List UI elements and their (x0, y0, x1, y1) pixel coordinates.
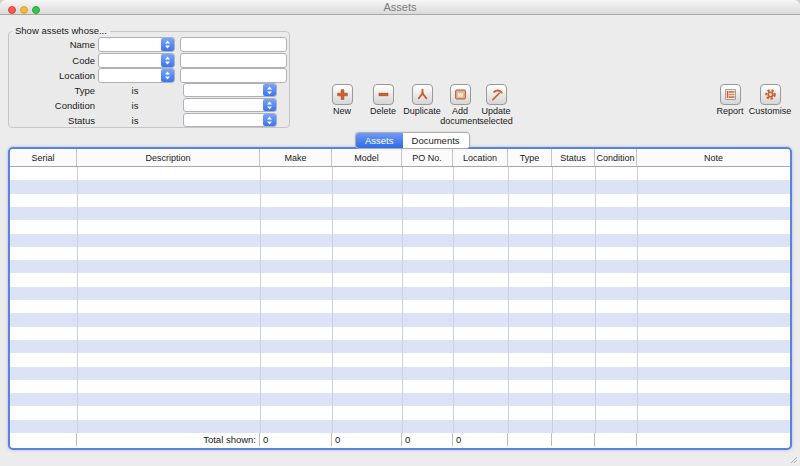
total-row: Total shown: 0 0 0 0 (10, 433, 790, 446)
status-operator: is (125, 115, 145, 126)
tab-bar: Assets Documents (355, 132, 470, 149)
tab-documents[interactable]: Documents (403, 133, 469, 148)
column-divider (77, 167, 78, 433)
report-button[interactable] (720, 84, 741, 105)
total-shown-label: Total shown: (77, 433, 260, 446)
column-header-status[interactable]: Status (552, 149, 595, 166)
condition-operator: is (125, 100, 145, 111)
tool-delete: Delete (361, 84, 405, 117)
name-value-input[interactable] (180, 37, 287, 52)
column-header-serial[interactable]: Serial (10, 149, 77, 166)
stepper-icon (161, 69, 174, 82)
customise-icon (763, 87, 778, 102)
assets-table: Serial Description Make Model PO No. Loc… (8, 147, 792, 450)
column-header-type[interactable]: Type (508, 149, 552, 166)
total-make: 0 (260, 433, 332, 446)
tool-customise: Customise (748, 84, 792, 117)
customise-button-label: Customise (748, 107, 792, 117)
type-label: Type (0, 85, 95, 96)
svg-text:w: w (456, 91, 463, 98)
column-header-model[interactable]: Model (332, 149, 402, 166)
condition-select[interactable] (183, 98, 277, 112)
location-comparator-select[interactable] (98, 68, 175, 83)
total-po-no: 0 (402, 433, 453, 446)
total-model: 0 (332, 433, 402, 446)
type-select[interactable] (183, 83, 277, 97)
type-operator: is (125, 85, 145, 96)
column-header-description[interactable]: Description (77, 149, 260, 166)
window-title: Assets (0, 1, 800, 13)
code-value-input[interactable] (180, 53, 287, 68)
minus-icon (376, 87, 391, 102)
column-divider (637, 167, 638, 433)
duplicate-icon (415, 87, 430, 102)
add-document-icon: w (453, 87, 468, 102)
code-comparator-select[interactable] (98, 53, 175, 68)
filter-row-location: Location (0, 68, 300, 84)
column-header-po-no[interactable]: PO No. (402, 149, 453, 166)
update-selected-icon (489, 87, 504, 102)
delete-button-label: Delete (361, 107, 405, 117)
total-cell-note (637, 433, 790, 446)
add-document-button[interactable]: w (450, 84, 471, 105)
column-divider (332, 167, 333, 433)
report-button-label: Report (708, 107, 752, 117)
location-label: Location (0, 70, 95, 81)
filter-row-status: Status is (0, 113, 300, 129)
column-divider (402, 167, 403, 433)
report-icon (723, 87, 738, 102)
resize-grip[interactable] (788, 454, 798, 464)
column-header-location[interactable]: Location (453, 149, 508, 166)
name-label: Name (0, 39, 95, 50)
new-button[interactable] (332, 84, 353, 105)
status-select[interactable] (183, 113, 277, 127)
column-divider (260, 167, 261, 433)
condition-label: Condition (0, 100, 95, 111)
stepper-icon (263, 84, 276, 96)
code-label: Code (0, 55, 95, 66)
column-divider (595, 167, 596, 433)
filter-row-name: Name (0, 37, 300, 53)
plus-icon (335, 87, 350, 102)
column-divider (508, 167, 509, 433)
status-label: Status (0, 115, 95, 126)
table-body-empty[interactable] (10, 167, 790, 433)
update-selected-button[interactable] (486, 84, 507, 105)
location-value-input[interactable] (180, 68, 287, 83)
column-divider (552, 167, 553, 433)
stepper-icon (161, 38, 174, 51)
stepper-icon (161, 54, 174, 67)
column-header-note[interactable]: Note (637, 149, 790, 166)
stepper-icon (263, 99, 276, 111)
filter-row-condition: Condition is (0, 98, 300, 114)
column-divider (453, 167, 454, 433)
tool-new: New (320, 84, 364, 117)
new-button-label: New (320, 107, 364, 117)
tool-update-selected: Update selected (474, 84, 518, 127)
total-cell-status (552, 433, 595, 446)
filter-legend: Show assets whose... (12, 25, 110, 36)
stepper-icon (263, 114, 276, 126)
filter-row-type: Type is (0, 83, 300, 99)
table-header-row: Serial Description Make Model PO No. Loc… (10, 149, 790, 167)
delete-button[interactable] (373, 84, 394, 105)
tab-assets[interactable]: Assets (356, 133, 403, 148)
column-header-condition[interactable]: Condition (595, 149, 637, 166)
titlebar: Assets (0, 0, 800, 15)
duplicate-button[interactable] (412, 84, 433, 105)
update-selected-button-label: Update selected (474, 107, 518, 127)
filter-row-code: Code (0, 53, 300, 69)
column-header-make[interactable]: Make (260, 149, 332, 166)
total-cell-condition (595, 433, 637, 446)
total-location: 0 (453, 433, 508, 446)
assets-window: Assets Show assets whose... Name Code Lo… (0, 0, 800, 466)
tool-report: Report (708, 84, 752, 117)
customise-button[interactable] (760, 84, 781, 105)
name-comparator-select[interactable] (98, 37, 175, 52)
total-cell-serial (10, 433, 77, 446)
total-cell-type (508, 433, 552, 446)
